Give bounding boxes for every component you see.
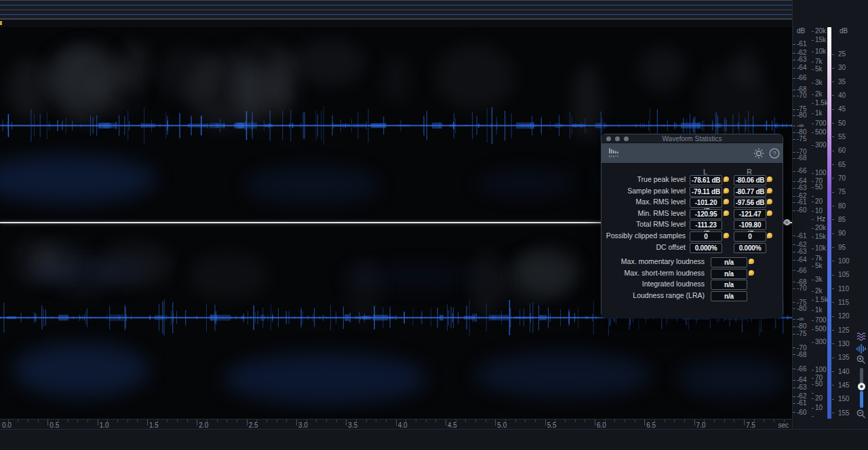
vertical-zoom-slider-track-active[interactable]: [860, 391, 863, 408]
colorbar-tick: [832, 385, 834, 386]
channel-divider-handle[interactable]: [784, 219, 790, 225]
freq-scale-label: 10k: [815, 244, 826, 252]
warning-flag-icon: [724, 188, 729, 193]
colorbar-tick-label: 75: [838, 188, 846, 196]
stat-row-label: DC offset: [599, 243, 686, 252]
freq-scale-label: 50: [815, 183, 823, 191]
colorbar-scale-unit: dB: [840, 27, 848, 35]
colorbar-tick: [832, 413, 834, 413]
freq-scale-tick: [812, 52, 814, 52]
amp-scale-tick: [793, 369, 795, 369]
spectral-blob: [638, 46, 686, 92]
time-ruler-tick: [336, 419, 337, 422]
time-ruler-tick: [535, 419, 536, 422]
right-scale-panel[interactable]: dB dB Hz -: [792, 0, 868, 429]
colorbar-tick-label: 30: [838, 64, 846, 72]
freq-scale-label: 10: [815, 207, 823, 215]
warning-flag-icon: [749, 270, 754, 276]
time-ruler-tick: [386, 419, 387, 422]
colorbar-tick-label: 145: [838, 381, 850, 390]
time-ruler-label: 5.5: [547, 421, 557, 429]
low-frequency-energy-blob: [27, 258, 149, 285]
time-ruler-tick: [18, 419, 18, 422]
loudness-row-label: Integrated loudness: [601, 280, 705, 288]
freq-scale-label: 3k: [815, 276, 823, 284]
warning-flag-icon: [749, 259, 754, 264]
low-frequency-energy-blob: [0, 155, 156, 204]
freq-scale-label: 50: [815, 380, 823, 388]
overview-channel-right[interactable]: [0, 10, 792, 20]
vertical-zoom-out-icon[interactable]: [856, 409, 867, 419]
amp-scale-tick: [793, 319, 795, 320]
overview-channel-left[interactable]: [0, 1, 792, 10]
freq-scale-label: 100: [815, 366, 827, 374]
time-ruler-tick: [346, 419, 347, 426]
freq-scale-label: 300: [815, 141, 827, 149]
amp-scale-tick: [793, 139, 795, 140]
colorbar-tick-label: 55: [838, 133, 846, 141]
time-ruler-tick: [426, 419, 427, 422]
colorbar-tick-label: 40: [838, 92, 846, 100]
frequency-scale-unit: Hz: [812, 215, 825, 223]
freq-scale-tick: [812, 211, 814, 212]
amp-scale-label: -63: [797, 56, 806, 64]
colorbar-tick: [832, 219, 834, 220]
overview-waveform-line: [0, 5, 792, 5]
time-ruler-tick: [187, 419, 188, 422]
time-ruler-tick: [98, 419, 98, 426]
warning-flag-icon: [767, 176, 772, 182]
time-ruler-tick: [197, 419, 197, 426]
spectral-blob: [157, 47, 220, 102]
colorbar-tick-label: 25: [838, 50, 846, 58]
waveform-overview-strip[interactable]: [0, 0, 792, 19]
colorbar-tick: [832, 81, 834, 82]
amp-scale-tick: [793, 60, 795, 60]
time-ruler[interactable]: sec 0.00.51.01.52.02.53.03.54.04.55.05.5…: [0, 419, 792, 429]
freq-scale-label: 700: [815, 119, 827, 128]
freq-scale-label: 100: [815, 169, 827, 177]
stat-value-right: -97.56 dB: [734, 198, 766, 208]
time-ruler-tick: [167, 419, 167, 422]
time-ruler-tick: [38, 419, 39, 422]
freq-scale-label: 500: [815, 325, 827, 333]
waveform-view-icon[interactable]: [856, 343, 867, 354]
freq-scale-label: 5k: [815, 65, 823, 73]
amp-scale-tick: [793, 270, 795, 271]
spectrogram-view-icon[interactable]: [856, 331, 867, 342]
amp-scale-tick: [793, 380, 795, 381]
colorbar-tick-label: 80: [838, 202, 846, 210]
time-ruler-label: 2.5: [249, 421, 258, 429]
vertical-zoom-in-icon[interactable]: [856, 354, 867, 365]
stat-value-right: 0.000%: [734, 243, 766, 253]
loudness-value: n/a: [711, 257, 747, 267]
warning-flag-icon: [724, 199, 729, 204]
amp-scale-tick: [793, 334, 795, 335]
amp-scale-tick: [793, 244, 795, 245]
time-ruler-label: 7.5: [746, 421, 755, 429]
time-ruler-tick: [366, 419, 367, 422]
loudness-value: n/a: [711, 291, 747, 301]
freq-scale-label: 10: [815, 404, 823, 412]
time-ruler-tick: [247, 419, 248, 426]
loudness-value: n/a: [711, 280, 747, 290]
freq-scale-tick: [812, 132, 814, 133]
freq-scale-tick: [812, 416, 814, 417]
stat-row-label: Min. RMS level: [599, 209, 686, 218]
warning-flag-icon: [767, 210, 772, 216]
stat-value-right: 0: [734, 231, 766, 242]
time-ruler-label: 4.0: [398, 421, 408, 429]
stat-value-left: 0: [690, 231, 722, 242]
freq-scale-tick: [812, 398, 814, 399]
freq-scale-tick: [812, 310, 814, 311]
time-ruler-tick: [585, 419, 585, 422]
waveform-statistics-dialog[interactable]: Waveform Statistics: [601, 134, 783, 318]
colorbar-tick-label: 100: [838, 257, 850, 265]
colorbar-tick: [832, 330, 834, 331]
amp-scale-label: -70: [797, 92, 806, 100]
amp-scale-tick: [793, 96, 795, 96]
stat-value-right: -80.06 dB: [734, 175, 766, 185]
stat-row-label: Sample peak level: [599, 187, 686, 195]
colorbar-tick: [832, 54, 834, 55]
time-ruler-tick: [565, 419, 566, 422]
vertical-zoom-slider-handle[interactable]: [858, 383, 865, 390]
